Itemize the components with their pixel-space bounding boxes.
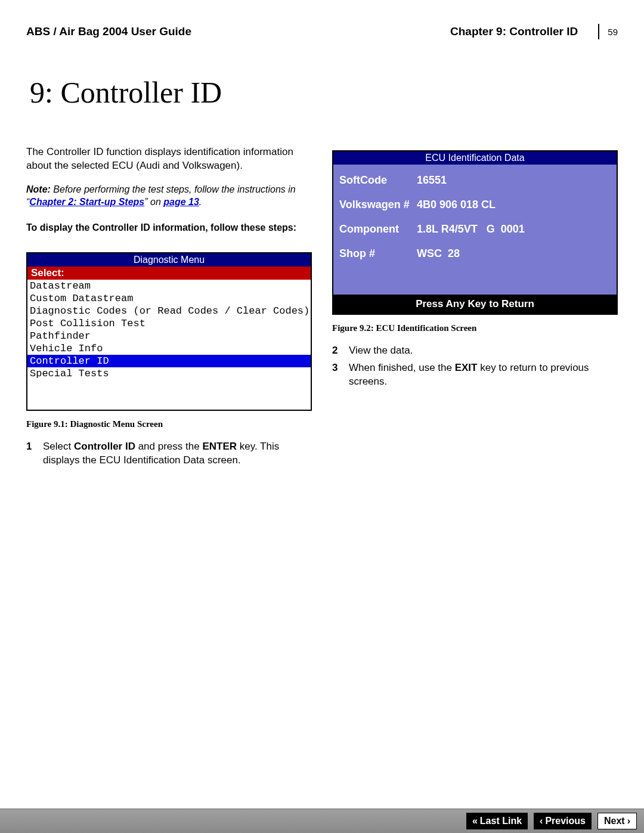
page-number: 59: [608, 27, 618, 37]
link-startup-steps[interactable]: Chapter 2: Start-up Steps: [29, 197, 144, 207]
ecu-identification-screen: ECU Identification Data SoftCode16551 Vo…: [332, 150, 618, 315]
ecu-row: SoftCode16551: [339, 174, 611, 187]
figure-caption-1: Figure 9.1: Diagnostic Menu Screen: [26, 419, 312, 429]
step-3: 3 When finished, use the EXIT key to ret…: [332, 361, 618, 389]
ecu-footer: Press Any Key to Return: [333, 295, 617, 314]
ecu-row: Component1.8L R4/5VT G 0001: [339, 223, 611, 236]
note-paragraph: Note: Before performing the test steps, …: [26, 184, 312, 209]
diag-titlebar: Diagnostic Menu: [27, 253, 311, 267]
ecu-titlebar: ECU Identification Data: [333, 151, 617, 165]
diag-item[interactable]: Datastream: [27, 280, 311, 292]
diag-item[interactable]: Diagnostic Codes (or Read Codes / Clear …: [27, 305, 311, 317]
diag-item[interactable]: Vehicle Info: [27, 342, 311, 355]
diag-item-selected[interactable]: Controller ID: [27, 355, 311, 367]
link-page-13[interactable]: page 13: [163, 197, 199, 207]
page-title: 9: Controller ID: [30, 75, 618, 110]
step-1: 1 Select Controller ID and press the ENT…: [26, 440, 312, 467]
diag-item[interactable]: Custom Datastream: [27, 292, 311, 305]
page-header: ABS / Air Bag 2004 User Guide Chapter 9:…: [26, 24, 618, 39]
diag-item[interactable]: Pathfinder: [27, 330, 311, 342]
ecu-row: Shop #WSC 28: [339, 247, 611, 260]
instructions-heading: To display the Controller ID information…: [26, 221, 312, 234]
header-divider: [598, 24, 599, 39]
step-2: 2 View the data.: [332, 344, 618, 358]
diag-item[interactable]: Post Collision Test: [27, 317, 311, 330]
chapter-title: Chapter 9: Controller ID: [450, 25, 590, 38]
diagnostic-menu-screen: Diagnostic Menu Select: Datastream Custo…: [26, 252, 312, 411]
note-label: Note:: [26, 184, 51, 194]
guide-title: ABS / Air Bag 2004 User Guide: [26, 25, 450, 38]
intro-text: The Controller ID function displays iden…: [26, 145, 312, 173]
ecu-row: Volkswagen #4B0 906 018 CL: [339, 199, 611, 211]
diag-select-label: Select:: [27, 267, 311, 280]
diag-item[interactable]: Special Tests: [27, 367, 311, 380]
figure-caption-2: Figure 9.2: ECU Identification Screen: [332, 323, 618, 333]
